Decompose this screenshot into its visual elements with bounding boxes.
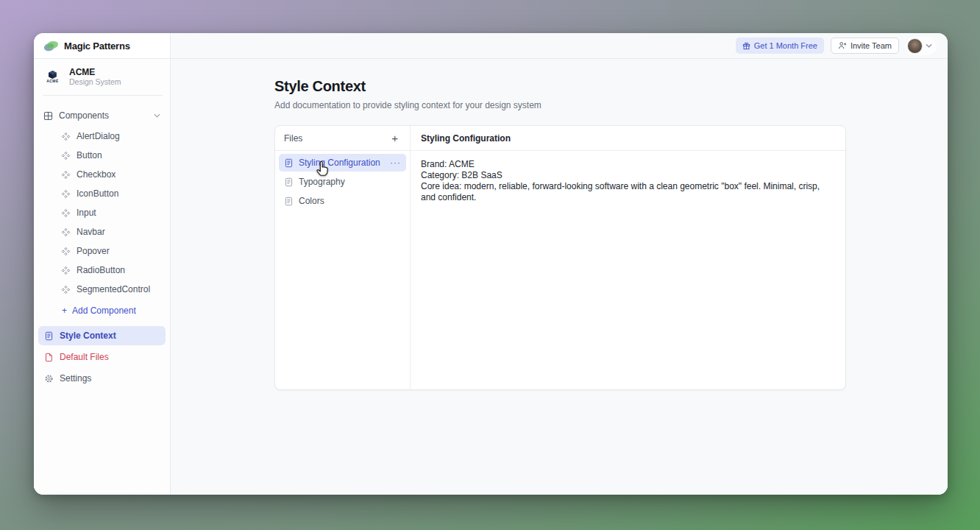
components-section-toggle[interactable]: Components: [34, 107, 170, 124]
component-label: SegmentedControl: [77, 284, 150, 294]
settings-label: Settings: [60, 373, 91, 384]
brand-name: Magic Patterns: [64, 40, 130, 52]
sidebar-nav: Components AlertDialog Button: [34, 96, 170, 388]
component-icon: [61, 208, 71, 218]
default-files-label: Default Files: [60, 352, 109, 362]
component-label: Popover: [77, 246, 110, 256]
person-plus-icon: [838, 41, 847, 50]
avatar: [907, 38, 923, 54]
component-icon: [61, 189, 71, 199]
sidebar-item-input[interactable]: Input: [34, 203, 170, 222]
file-detail-column: Styling Configuration Brand: ACME Catego…: [411, 126, 845, 389]
gift-icon: [742, 42, 750, 50]
sidebar-item-radiobutton[interactable]: RadioButton: [34, 261, 170, 280]
component-icon: [61, 151, 71, 160]
grid-icon: [43, 111, 53, 121]
component-label: RadioButton: [77, 265, 125, 275]
sidebar-item-settings[interactable]: Settings: [38, 369, 166, 388]
files-header-label: Files: [284, 133, 302, 144]
component-icon: [61, 227, 71, 237]
component-label: IconButton: [77, 188, 118, 199]
app-window: Magic Patterns Get 1 Month Free: [34, 33, 948, 495]
brand-link[interactable]: Magic Patterns: [34, 33, 171, 58]
get-month-free-button[interactable]: Get 1 Month Free: [736, 38, 824, 54]
acme-logo-text: ACME: [46, 79, 58, 83]
document-icon: [284, 158, 294, 168]
workspace-subtitle: Design System: [69, 77, 121, 86]
sidebar-item-popover[interactable]: Popover: [34, 241, 170, 261]
files-column: Files + Styling Configuration ···: [275, 126, 411, 389]
sidebar-item-alertdialog[interactable]: AlertDialog: [34, 127, 170, 146]
sidebar-links: Style Context Default Files Settings: [34, 326, 170, 388]
get-month-free-label: Get 1 Month Free: [754, 41, 817, 50]
document-icon: [284, 177, 294, 187]
file-row-typography[interactable]: Typography: [279, 173, 406, 191]
top-bar: Magic Patterns Get 1 Month Free: [34, 33, 948, 59]
magic-patterns-logo-icon: [43, 40, 59, 52]
component-icon: [61, 247, 71, 256]
component-label: Input: [77, 208, 96, 218]
top-bar-actions: Get 1 Month Free Invite Team: [171, 33, 948, 58]
sidebar-item-button[interactable]: Button: [34, 146, 170, 165]
component-icon: [61, 170, 71, 180]
component-icon: [61, 285, 71, 294]
style-context-panel: Files + Styling Configuration ···: [274, 125, 846, 390]
file-row-colors[interactable]: Colors: [279, 192, 406, 210]
style-context-label: Style Context: [60, 331, 116, 341]
file-label: Typography: [299, 177, 345, 187]
components-list: AlertDialog Button Checkbox IconButton: [34, 127, 170, 299]
detail-line: Category: B2B SaaS: [421, 170, 835, 181]
document-icon: [44, 331, 54, 341]
sidebar-item-iconbutton[interactable]: IconButton: [34, 184, 170, 203]
files-header: Files +: [275, 126, 410, 151]
workspace-switcher[interactable]: ACME ACME Design System: [34, 59, 170, 93]
account-menu[interactable]: [906, 37, 937, 55]
component-label: Button: [77, 150, 102, 160]
page-subtitle: Add documentation to provide styling con…: [274, 100, 948, 110]
sidebar-item-style-context[interactable]: Style Context: [38, 326, 166, 345]
add-component-button[interactable]: + Add Component: [34, 301, 170, 320]
file-label: Styling Configuration: [299, 158, 380, 168]
add-file-button[interactable]: +: [388, 131, 401, 145]
component-label: Checkbox: [77, 169, 116, 180]
sidebar-item-checkbox[interactable]: Checkbox: [34, 165, 170, 184]
window-body: ACME ACME Design System Components: [34, 59, 948, 495]
sidebar-item-navbar[interactable]: Navbar: [34, 222, 170, 241]
main-content: Style Context Add documentation to provi…: [171, 59, 948, 495]
chevron-down-icon: [154, 113, 160, 118]
detail-line: Core idea: modern, reliable, forward-loo…: [421, 181, 835, 203]
component-icon: [61, 266, 71, 275]
file-row-menu-button[interactable]: ···: [390, 158, 401, 168]
invite-team-button[interactable]: Invite Team: [831, 38, 899, 54]
page-title: Style Context: [274, 78, 948, 95]
files-list: Styling Configuration ··· Typography: [275, 151, 410, 213]
file-label: Colors: [299, 196, 324, 206]
components-section-label: Components: [59, 110, 148, 121]
file-icon: [44, 353, 54, 362]
file-detail-content[interactable]: Brand: ACME Category: B2B SaaS Core idea…: [411, 151, 845, 211]
plus-icon: +: [62, 305, 67, 316]
workspace-name: ACME: [69, 67, 121, 77]
sidebar-item-segmentedcontrol[interactable]: SegmentedControl: [34, 280, 170, 299]
component-label: Navbar: [77, 227, 105, 237]
component-label: AlertDialog: [77, 131, 120, 141]
file-row-styling-configuration[interactable]: Styling Configuration ···: [279, 154, 406, 172]
invite-team-label: Invite Team: [851, 41, 892, 50]
sidebar-item-default-files[interactable]: Default Files: [38, 347, 166, 367]
chevron-down-icon: [926, 43, 932, 48]
add-component-label: Add Component: [72, 305, 136, 316]
document-icon: [284, 197, 294, 206]
sidebar: ACME ACME Design System Components: [34, 59, 171, 495]
gear-icon: [44, 374, 54, 384]
file-detail-header: Styling Configuration: [411, 126, 845, 151]
acme-logo-icon: ACME: [43, 66, 63, 86]
detail-line: Brand: ACME: [421, 159, 835, 170]
component-icon: [61, 132, 71, 141]
